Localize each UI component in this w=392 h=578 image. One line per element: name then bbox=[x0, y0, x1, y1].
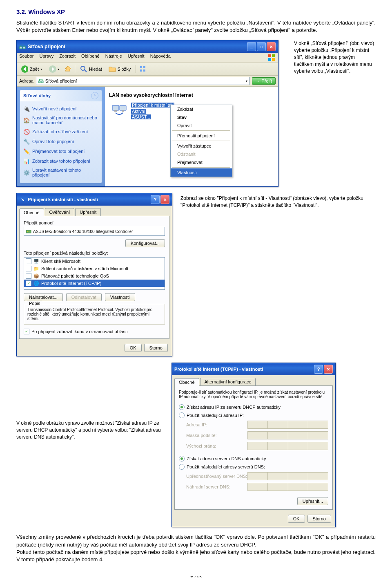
task-settings[interactable]: ⚙️Upravit nastavení tohoto připojení bbox=[23, 166, 98, 179]
radio-icon bbox=[179, 404, 185, 410]
tab-auth[interactable]: Ověřování bbox=[45, 208, 75, 216]
checkbox-icon[interactable]: ✓ bbox=[26, 280, 31, 286]
cancel-button[interactable]: Storno bbox=[307, 515, 331, 523]
folders-icon bbox=[109, 65, 116, 73]
menu-file[interactable]: Soubor bbox=[19, 54, 33, 62]
task-repair[interactable]: 🔧Opravit toto připojení bbox=[23, 137, 98, 146]
ip-label: Adresa IP: bbox=[186, 422, 247, 427]
maximize-button[interactable]: □ bbox=[257, 42, 266, 51]
views-icon[interactable] bbox=[139, 65, 147, 73]
advanced-button[interactable]: Upřesnit... bbox=[297, 497, 328, 505]
radio-static-dns[interactable]: Použít následující adresy serverů DNS: bbox=[179, 463, 328, 471]
address-field[interactable]: Síťová připojení ▾ bbox=[36, 77, 249, 85]
list-item[interactable]: 📁Sdílení souborů a tiskáren v sítích Mic… bbox=[24, 265, 165, 272]
back-button[interactable]: Zpět ▾ bbox=[19, 65, 44, 74]
menu-tools[interactable]: Nástroje bbox=[105, 54, 122, 62]
help-button[interactable]: ? bbox=[151, 195, 160, 204]
svg-rect-4 bbox=[268, 58, 271, 61]
home-network-icon: 🏠 bbox=[23, 117, 30, 123]
checkbox-icon[interactable] bbox=[26, 258, 31, 264]
show-icon-label: Po připojení zobrazit ikonu v oznamovací… bbox=[31, 329, 127, 334]
go-button[interactable]: → Přejít bbox=[252, 77, 276, 85]
task-setup-network[interactable]: 🏠Nastavit síť pro domácnost nebo malou k… bbox=[23, 114, 98, 127]
ctx-properties[interactable]: Vlastnosti bbox=[171, 168, 232, 177]
svg-rect-18 bbox=[114, 110, 117, 112]
properties-button[interactable]: Vlastnosti bbox=[105, 293, 135, 301]
ctx-bridge[interactable]: Přemostit připojení bbox=[171, 132, 232, 140]
status-icon: 📊 bbox=[23, 158, 30, 164]
ctx-shortcut[interactable]: Vytvořit zástupce bbox=[171, 142, 232, 150]
lan-section-header: LAN nebo vysokorychlostní Internet bbox=[109, 91, 274, 100]
mask-label: Maska podsítě: bbox=[186, 433, 247, 438]
ok-button[interactable]: OK bbox=[288, 515, 305, 523]
task-rename[interactable]: ✏️Přejmenovat toto připojení bbox=[23, 146, 98, 156]
close-button[interactable]: ✕ bbox=[324, 365, 333, 374]
install-button[interactable]: Nainstalovat... bbox=[24, 293, 63, 301]
lan-connection-icon bbox=[111, 103, 128, 120]
connection-name: Připojení k místní síti bbox=[131, 103, 174, 108]
svg-rect-22 bbox=[29, 231, 29, 232]
dns2-label: Náhradní server DNS: bbox=[186, 484, 247, 489]
tab-alt[interactable]: Alternativní konfigurace bbox=[200, 378, 256, 385]
close-button[interactable]: ✕ bbox=[267, 42, 276, 51]
menu-fav[interactable]: Oblíbené bbox=[81, 54, 100, 62]
ctx-status[interactable]: Stav bbox=[171, 113, 232, 121]
list-item[interactable]: 🖥️Klient sítě Microsoft bbox=[24, 258, 165, 265]
ctx-rename[interactable]: Přejmenovat bbox=[171, 158, 232, 166]
tab-general[interactable]: Obecné bbox=[174, 378, 199, 386]
help-button[interactable]: ? bbox=[314, 365, 323, 374]
svg-rect-11 bbox=[143, 66, 145, 68]
checkbox-icon[interactable] bbox=[26, 273, 31, 279]
list-item[interactable]: 📦Plánovač paketů technologie QoS bbox=[24, 272, 165, 280]
list-item-tcpip[interactable]: ✓🌐Protokol sítě Internet (TCP/IP) bbox=[24, 280, 165, 287]
network-icon bbox=[19, 43, 26, 50]
svg-rect-19 bbox=[122, 110, 124, 112]
menu-view[interactable]: Zobrazit bbox=[59, 54, 76, 62]
section-heading: 3.2. Windows XP bbox=[16, 8, 376, 15]
menu-help[interactable]: Nápověda bbox=[150, 54, 171, 62]
task-status[interactable]: 📊Zobrazit stav tohoto připojení bbox=[23, 156, 98, 166]
dns2-input bbox=[247, 483, 328, 491]
share-icon: 📁 bbox=[33, 266, 39, 271]
menu-advanced[interactable]: Upřesnit bbox=[128, 54, 145, 62]
new-connection-icon: 🔌 bbox=[23, 105, 30, 112]
titlebar: Síťová připojení _ □ ✕ bbox=[17, 40, 278, 53]
forward-button[interactable]: ▾ bbox=[47, 65, 61, 74]
checkbox-icon[interactable] bbox=[26, 266, 31, 271]
separator bbox=[136, 65, 136, 73]
tab-general[interactable]: Obecné bbox=[19, 208, 44, 216]
search-button[interactable]: Hledat bbox=[78, 65, 104, 74]
dropdown-icon[interactable]: ▾ bbox=[246, 79, 247, 83]
radio-dhcp-ip[interactable]: Získat adresu IP ze serveru DHCP automat… bbox=[179, 403, 328, 411]
minimize-button[interactable]: _ bbox=[247, 42, 256, 51]
desc-group-label: Popis bbox=[27, 301, 42, 306]
radio-dhcp-dns[interactable]: Získat adresu serveru DNS automaticky bbox=[179, 455, 328, 463]
shrink-icon: ↘ bbox=[19, 196, 26, 203]
show-icon-checkbox[interactable]: ✓ bbox=[24, 329, 29, 334]
task-disable[interactable]: 🚫Zakázat toto síťové zařízení bbox=[23, 127, 98, 137]
ctx-repair[interactable]: Opravit bbox=[171, 121, 232, 130]
components-listbox[interactable]: 🖥️Klient sítě Microsoft 📁Sdílení souborů… bbox=[24, 257, 165, 290]
menu-edit[interactable]: Úpravy bbox=[39, 54, 53, 62]
task-new-connection[interactable]: 🔌Vytvořit nové připojení bbox=[23, 104, 98, 114]
close-button[interactable]: ✕ bbox=[160, 195, 169, 204]
tab-advanced[interactable]: Upřesnit bbox=[75, 208, 101, 216]
cancel-button[interactable]: Storno bbox=[144, 344, 168, 352]
svg-rect-14 bbox=[38, 81, 40, 83]
rename-icon: ✏️ bbox=[23, 148, 30, 155]
sidebar-tasks: Síťové úlohy ⌃ 🔌Vytvořit nové připojení … bbox=[17, 87, 105, 186]
ctx-disable[interactable]: Zakázat bbox=[171, 105, 232, 113]
radio-static-ip[interactable]: Použít následující adresu IP: bbox=[179, 411, 328, 419]
tasks-header[interactable]: Síťové úlohy ⌃ bbox=[20, 90, 102, 101]
uses-label: Toto připojení používá následující polož… bbox=[24, 251, 165, 255]
search-icon bbox=[80, 65, 87, 73]
ip-input bbox=[247, 421, 328, 429]
ok-button[interactable]: OK bbox=[125, 344, 142, 352]
chevron-up-icon: ⌃ bbox=[91, 92, 98, 99]
gw-label: Výchozí brána: bbox=[186, 444, 247, 448]
radio-icon bbox=[179, 464, 185, 470]
dropdown-icon: ▾ bbox=[40, 67, 42, 71]
configure-button[interactable]: Konfigurovat... bbox=[125, 239, 165, 247]
up-icon[interactable] bbox=[64, 65, 71, 73]
folders-button[interactable]: Složky bbox=[107, 65, 132, 74]
